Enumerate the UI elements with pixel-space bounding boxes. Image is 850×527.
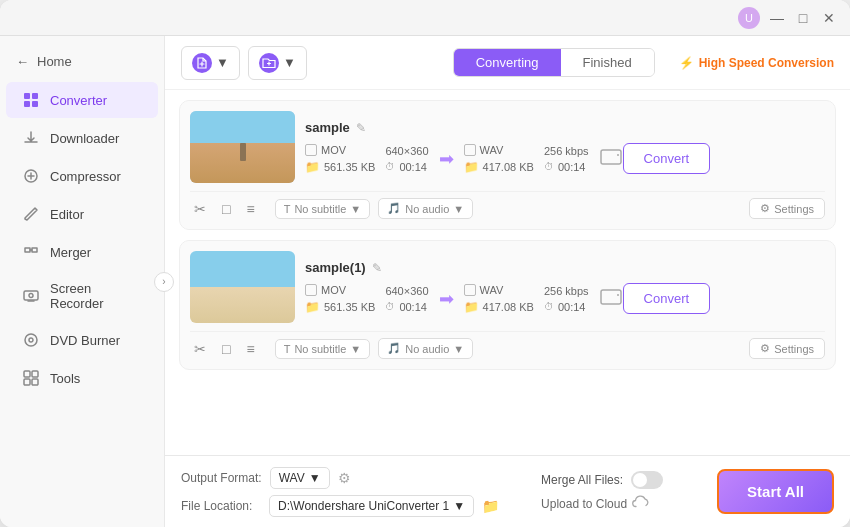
- folder-icon-in-1: 📁: [305, 160, 320, 174]
- svg-rect-3: [32, 101, 38, 107]
- sidebar-item-merger[interactable]: Merger: [6, 234, 158, 270]
- subtitle-select-1[interactable]: T No subtitle ▼: [275, 199, 371, 219]
- sidebar-home[interactable]: ← Home: [0, 46, 164, 77]
- editor-icon: [22, 205, 40, 223]
- checkbox-1: [305, 144, 317, 156]
- size-out-1: 📁 417.08 KB: [464, 160, 534, 174]
- sidebar-item-converter[interactable]: Converter: [6, 82, 158, 118]
- edit-icon-2[interactable]: ✎: [372, 261, 382, 275]
- clock-icon-out-2: ⏱: [544, 301, 554, 312]
- sidebar-collapse-button[interactable]: ›: [154, 272, 174, 292]
- add-folder-button[interactable]: ▼: [248, 46, 307, 80]
- tab-converting[interactable]: Converting: [454, 49, 561, 76]
- svg-rect-9: [24, 371, 30, 377]
- format-value: WAV: [279, 471, 305, 485]
- close-button[interactable]: ✕: [820, 9, 838, 27]
- menu-icon-1[interactable]: ≡: [242, 199, 258, 219]
- sidebar-item-tools[interactable]: Tools: [6, 360, 158, 396]
- file-name-row-2: sample(1) ✎: [305, 260, 825, 275]
- settings-button-1[interactable]: ⚙ Settings: [749, 198, 825, 219]
- svg-rect-11: [24, 379, 30, 385]
- tab-group: Converting Finished: [453, 48, 655, 77]
- crop-icon-2[interactable]: □: [218, 339, 234, 359]
- title-bar: U — □ ✕: [0, 0, 850, 36]
- menu-icon-2[interactable]: ≡: [242, 339, 258, 359]
- format-out-2: WAV: [464, 284, 534, 296]
- crop-icon-1[interactable]: □: [218, 199, 234, 219]
- subtitle-value-2: No subtitle: [294, 343, 346, 355]
- tab-finished[interactable]: Finished: [561, 49, 654, 76]
- audio-select-2[interactable]: 🎵 No audio ▼: [378, 338, 473, 359]
- file-meta-row-1: MOV 📁 561.35 KB 640×360: [305, 143, 825, 174]
- minimize-button[interactable]: —: [768, 9, 786, 27]
- bottom-bar: Output Format: WAV ▼ ⚙ File Location: D:…: [165, 455, 850, 527]
- subtitle-chevron-1: ▼: [350, 203, 361, 215]
- bitrate-out-2: 256 kbps: [544, 285, 589, 297]
- arrow-icon-2: ➡: [439, 288, 454, 310]
- sidebar-item-editor[interactable]: Editor: [6, 196, 158, 232]
- start-all-button[interactable]: Start All: [717, 469, 834, 514]
- speed-label: High Speed Conversion: [699, 56, 834, 70]
- edit-icon-1[interactable]: ✎: [356, 121, 366, 135]
- device-icon-2: [599, 285, 623, 312]
- file-meta-row-2: MOV 📁 561.35 KB 640×360: [305, 283, 825, 314]
- duration-in-2: ⏱ 00:14: [385, 301, 428, 313]
- file-thumb-1: [190, 111, 295, 183]
- sidebar-item-downloader[interactable]: Downloader: [6, 120, 158, 156]
- meta-out-1: WAV 📁 417.08 KB: [464, 144, 534, 174]
- settings-gear-icon[interactable]: ⚙: [338, 470, 351, 486]
- duration-out-1: ⏱ 00:14: [544, 161, 589, 173]
- audio-icon-1: 🎵: [387, 202, 401, 215]
- file-location-label: File Location:: [181, 499, 261, 513]
- add-files-icon: [192, 53, 212, 73]
- svg-rect-5: [24, 291, 38, 300]
- output-format-label: Output Format:: [181, 471, 262, 485]
- content-area: ▼ ▼ Converting Finished: [165, 36, 850, 527]
- home-label: Home: [37, 54, 72, 69]
- svg-point-7: [25, 334, 37, 346]
- convert-button-2[interactable]: Convert: [623, 283, 711, 314]
- size-in-1: 📁 561.35 KB: [305, 160, 375, 174]
- meta-out-res-2: 256 kbps ⏱ 00:14: [544, 285, 589, 313]
- merge-toggle[interactable]: [631, 471, 663, 489]
- svg-rect-10: [32, 371, 38, 377]
- sidebar-item-dvd-burner[interactable]: DVD Burner: [6, 322, 158, 358]
- subtitle-chevron-2: ▼: [350, 343, 361, 355]
- add-files-button[interactable]: ▼: [181, 46, 240, 80]
- file-card-1: sample ✎ MOV 📁: [179, 100, 836, 230]
- settings-label-2: Settings: [774, 343, 814, 355]
- sidebar-item-label-dvd-burner: DVD Burner: [50, 333, 120, 348]
- meta-out-2: WAV 📁 417.08 KB: [464, 284, 534, 314]
- sidebar: ← Home Converter: [0, 36, 165, 527]
- meta-in-1: MOV 📁 561.35 KB: [305, 144, 375, 174]
- settings-icon-1: ⚙: [760, 202, 770, 215]
- upload-cloud-row[interactable]: Upload to Cloud: [541, 495, 701, 512]
- sidebar-item-screen-recorder[interactable]: Screen Recorder: [6, 272, 158, 320]
- meta-res-2: 640×360 ⏱ 00:14: [385, 285, 428, 313]
- convert-button-1[interactable]: Convert: [623, 143, 711, 174]
- svg-point-14: [617, 154, 619, 156]
- bottom-center: Merge All Files: Upload to Cloud: [541, 471, 701, 512]
- file-card-2-header: sample(1) ✎ MOV 📁: [190, 251, 825, 323]
- settings-button-2[interactable]: ⚙ Settings: [749, 338, 825, 359]
- audio-select-1[interactable]: 🎵 No audio ▼: [378, 198, 473, 219]
- duration-in-1: ⏱ 00:14: [385, 161, 428, 173]
- scissors-icon-1[interactable]: ✂: [190, 199, 210, 219]
- audio-icon-2: 🎵: [387, 342, 401, 355]
- file-card-1-footer: ✂ □ ≡ T No subtitle ▼ 🎵 No audio ▼: [190, 191, 825, 219]
- checkbox-out-2: [464, 284, 476, 296]
- upload-cloud-label: Upload to Cloud: [541, 497, 627, 511]
- svg-rect-12: [32, 379, 38, 385]
- svg-rect-1: [32, 93, 38, 99]
- resolution-1: 640×360: [385, 145, 428, 157]
- sidebar-item-compressor[interactable]: Compressor: [6, 158, 158, 194]
- scissors-icon-2[interactable]: ✂: [190, 339, 210, 359]
- location-select[interactable]: D:\Wondershare UniConverter 1 ▼: [269, 495, 474, 517]
- maximize-button[interactable]: □: [794, 9, 812, 27]
- subtitle-select-2[interactable]: T No subtitle ▼: [275, 339, 371, 359]
- clock-icon-out-1: ⏱: [544, 161, 554, 172]
- format-select[interactable]: WAV ▼: [270, 467, 330, 489]
- file-name-2: sample(1): [305, 260, 366, 275]
- file-list: sample ✎ MOV 📁: [165, 90, 850, 455]
- folder-open-icon[interactable]: 📁: [482, 498, 499, 514]
